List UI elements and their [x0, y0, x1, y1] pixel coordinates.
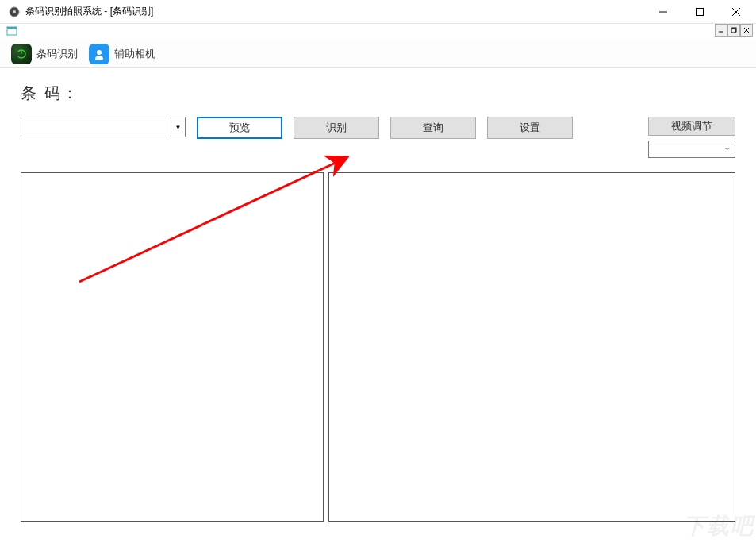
window-controls — [645, 0, 754, 23]
toolbar-item-barcode[interactable]: 条码识别 — [8, 42, 81, 66]
button-label: 预览 — [229, 121, 250, 135]
button-label: 查询 — [423, 121, 443, 135]
close-button[interactable] — [718, 0, 754, 23]
query-button[interactable]: 查询 — [390, 117, 476, 139]
panels-row — [21, 172, 735, 522]
svg-rect-7 — [7, 27, 17, 29]
section-label-barcode: 条 码： — [21, 83, 735, 104]
button-label: 设置 — [520, 121, 540, 135]
mdi-bar — [0, 24, 756, 40]
svg-point-15 — [97, 50, 102, 55]
mdi-minimize-button[interactable] — [715, 24, 727, 37]
svg-rect-3 — [697, 8, 704, 15]
mdi-doc-icon — [6, 25, 19, 38]
mdi-restore-button[interactable] — [727, 24, 740, 37]
person-icon — [89, 44, 109, 64]
main-toolbar: 条码识别 辅助相机 — [0, 40, 756, 68]
barcode-input[interactable] — [21, 117, 171, 137]
recognize-button[interactable]: 识别 — [294, 117, 379, 139]
left-panel — [21, 172, 324, 522]
window-titlebar: 条码识别拍照系统 - [条码识别] — [0, 0, 756, 24]
barcode-combobox[interactable]: ▼ — [21, 117, 186, 137]
right-panel — [328, 172, 735, 522]
mdi-close-button[interactable] — [740, 24, 753, 37]
toolbar-item-camera[interactable]: 辅助相机 — [86, 42, 159, 66]
video-select[interactable]: ﹀ — [648, 141, 735, 158]
right-column: 视频调节 ﹀ — [648, 117, 735, 158]
button-label: 视频调节 — [671, 119, 712, 133]
chevron-down-icon[interactable]: ﹀ — [720, 141, 735, 157]
window-title: 条码识别拍照系统 - [条码识别] — [25, 5, 645, 18]
select-value — [649, 141, 720, 157]
svg-point-1 — [13, 10, 16, 13]
svg-rect-10 — [731, 29, 735, 33]
settings-button[interactable]: 设置 — [487, 117, 573, 139]
power-icon — [11, 44, 32, 64]
controls-row: ▼ 预览 识别 查询 设置 视频调节 ﹀ — [21, 117, 735, 158]
video-adjust-button[interactable]: 视频调节 — [648, 117, 735, 136]
content-area: 条 码： ▼ 预览 识别 查询 设置 视频调节 ﹀ — [0, 68, 756, 530]
minimize-button[interactable] — [645, 0, 681, 23]
chevron-down-icon[interactable]: ▼ — [171, 117, 185, 137]
preview-button[interactable]: 预览 — [197, 117, 282, 139]
app-icon — [8, 6, 21, 18]
maximize-button[interactable] — [681, 0, 718, 23]
button-label: 识别 — [326, 121, 347, 135]
toolbar-item-label: 条码识别 — [36, 47, 78, 61]
toolbar-item-label: 辅助相机 — [114, 47, 155, 61]
mdi-controls — [715, 24, 753, 37]
